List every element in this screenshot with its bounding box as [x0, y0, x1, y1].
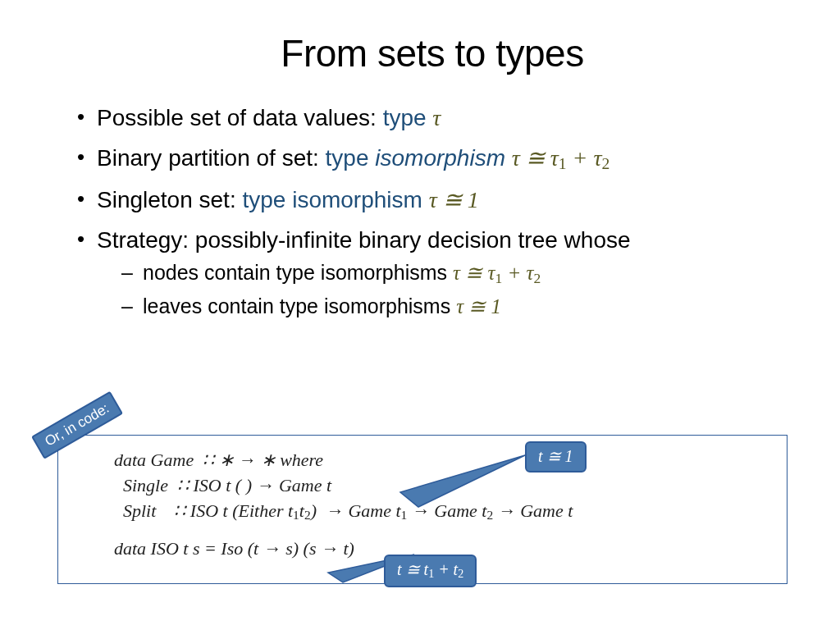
code-line-2: Single ∷ ISO t ( ) → Game t — [114, 472, 787, 498]
bullet-2-blue: type — [326, 145, 376, 171]
bullet-3-text: Singleton set: — [97, 187, 242, 212]
sub-2-text: leaves contain type isomorphisms — [143, 294, 456, 317]
bullet-2-sub2: 2 — [602, 155, 610, 172]
bullet-1-blue: type — [383, 105, 433, 130]
code-block: data Game ∷ ∗ → ∗ where Single ∷ ISO t (… — [58, 436, 787, 562]
sub-1-plus: + τ — [502, 262, 533, 284]
bullet-4-text: Strategy: possibly-infinite binary decis… — [97, 227, 631, 253]
bullet-1: Possible set of data values: type τ — [74, 100, 791, 135]
sub-1: nodes contain type isomorphisms τ ≅ τ1 +… — [121, 258, 791, 289]
sub-list: nodes contain type isomorphisms τ ≅ τ1 +… — [121, 258, 791, 322]
bullet-3: Singleton set: type isomorphism τ ≅ 1 — [74, 182, 791, 217]
sub-2: leaves contain type isomorphisms τ ≅ 1 — [121, 291, 791, 322]
code-line-3: Split ∷ ISO t (Either t1t2) → Game t1 → … — [114, 498, 787, 524]
bullet-1-math: τ — [432, 105, 441, 130]
bullet-2-ital: isomorphism — [375, 145, 511, 171]
bullet-3-math: τ ≅ 1 — [429, 187, 479, 212]
bullet-2: Binary partition of set: type isomorphis… — [74, 140, 791, 176]
bullet-3-blue: type isomorphism — [242, 187, 428, 212]
bullet-1-text: Possible set of data values: — [97, 105, 383, 130]
slide-title: From sets to types — [74, 31, 791, 75]
bullet-4: Strategy: possibly-infinite binary decis… — [74, 222, 791, 322]
callout-2: t ≅ t1 + t2 — [384, 555, 477, 587]
sub-1-math: τ ≅ τ — [453, 262, 495, 284]
bullet-2-sub1: 1 — [559, 155, 567, 172]
bullet-list: Possible set of data values: type τ Bina… — [74, 100, 791, 322]
code-blank — [114, 524, 787, 536]
bullet-2-math1: τ ≅ τ — [512, 145, 559, 171]
sub-2-math: τ ≅ 1 — [456, 295, 501, 317]
sub-1-text: nodes contain type isomorphisms — [143, 261, 453, 284]
sub-1-sub2: 2 — [533, 270, 541, 286]
bullet-2-text: Binary partition of set: — [97, 145, 326, 171]
callout-1: t ≅ 1 — [525, 441, 587, 472]
bullet-2-plus: + τ — [567, 145, 602, 171]
code-line-1: data Game ∷ ∗ → ∗ where — [114, 447, 787, 472]
sub-1-sub1: 1 — [495, 270, 502, 286]
